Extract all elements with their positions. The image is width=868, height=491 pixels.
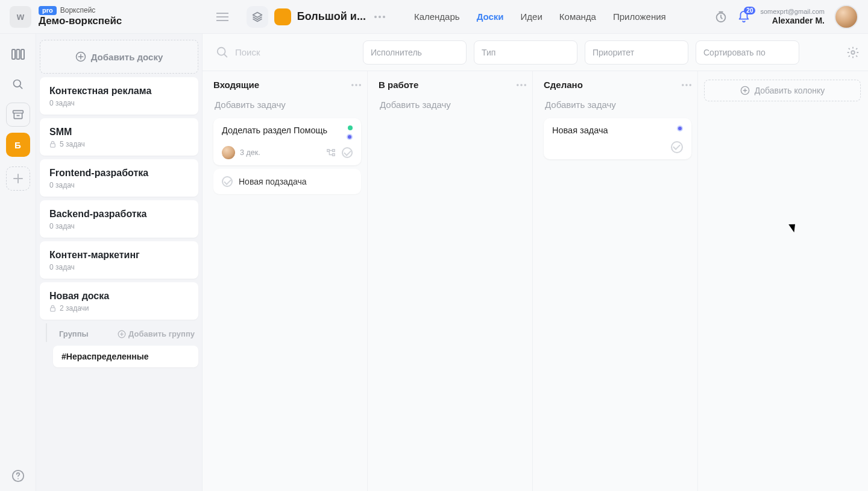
svg-point-2: [383, 16, 385, 18]
workspace-label: Воркспейс: [60, 6, 96, 14]
workspace-name: Демо-воркспейс: [39, 15, 122, 27]
svg-point-21: [524, 84, 526, 86]
task-card[interactable]: Доделать раздел Помощь 3 дек.: [213, 118, 361, 165]
task-title: Доделать раздел Помощь: [222, 125, 327, 135]
complete-icon[interactable]: [222, 176, 233, 187]
nav-boards[interactable]: Доски: [477, 11, 504, 22]
rail-add-button[interactable]: [6, 166, 30, 191]
add-column-label: Добавить колонку: [755, 86, 825, 95]
svg-point-17: [355, 84, 357, 86]
timer-icon[interactable]: [714, 10, 728, 24]
board-item[interactable]: Контент-маркетинг 0 задач: [40, 241, 198, 279]
search-icon: [216, 46, 229, 59]
svg-point-22: [682, 84, 684, 86]
task-card[interactable]: Новая задача: [544, 118, 691, 159]
board-title: Контекстная реклама: [49, 86, 189, 97]
column-more-icon[interactable]: [682, 84, 691, 86]
subtasks-icon[interactable]: [326, 148, 336, 157]
board-item[interactable]: Backend-разработка 0 задач: [40, 200, 198, 238]
status-dot-blue: [677, 125, 683, 131]
layers-icon[interactable]: [247, 6, 268, 28]
board-subtitle: 2 задачи: [60, 304, 89, 312]
column-more-icon[interactable]: [517, 84, 526, 86]
add-board-label: Добавить доску: [91, 52, 163, 62]
filter-type[interactable]: Тип: [474, 40, 577, 65]
project-name[interactable]: Большой и...: [297, 10, 366, 23]
add-task-input[interactable]: Добавить задачу: [544, 95, 691, 118]
avatar[interactable]: [834, 5, 858, 29]
add-board-button[interactable]: Добавить доску: [40, 40, 198, 74]
add-task-input[interactable]: Добавить задачу: [213, 95, 361, 118]
workspace-avatar[interactable]: w: [10, 6, 31, 28]
svg-point-24: [689, 84, 691, 86]
add-group-button[interactable]: Добавить группу: [118, 329, 195, 338]
filter-assignee[interactable]: Исполнитель: [363, 40, 467, 65]
filter-sort[interactable]: Сортировать по: [696, 40, 799, 65]
svg-rect-12: [51, 308, 55, 311]
column-title-doing: В работе: [379, 80, 418, 90]
board-subtitle: 0 задач: [49, 181, 189, 189]
column-more-icon[interactable]: [351, 84, 361, 86]
help-icon[interactable]: [11, 469, 25, 483]
filter-priority[interactable]: Приоритет: [585, 40, 688, 65]
board-title: Backend-разработка: [49, 209, 189, 220]
svg-point-20: [520, 84, 523, 86]
svg-point-0: [374, 16, 377, 18]
status-dot-green: [348, 125, 353, 130]
svg-point-19: [517, 84, 519, 86]
board-title: Новая доска: [49, 291, 189, 302]
board-item[interactable]: Frontend-разработка 0 задач: [40, 159, 198, 197]
add-column-button[interactable]: Добавить колонку: [704, 80, 861, 101]
board-subtitle: 0 задач: [49, 263, 189, 271]
pro-badge: pro: [39, 6, 57, 15]
svg-point-1: [379, 16, 381, 18]
complete-icon[interactable]: [342, 147, 353, 158]
nav-apps[interactable]: Приложения: [613, 11, 666, 22]
rail-archive-icon[interactable]: [6, 103, 30, 127]
column-title-inbox: Входящие: [213, 80, 259, 90]
nav-calendar[interactable]: Календарь: [414, 11, 460, 22]
rail-project-shortcut[interactable]: Б: [6, 133, 30, 157]
svg-rect-5: [16, 49, 19, 59]
menu-icon[interactable]: [216, 13, 228, 21]
rail-search-icon[interactable]: [6, 72, 30, 97]
svg-point-23: [685, 84, 688, 86]
board-item[interactable]: Контекстная реклама 0 задач: [40, 77, 198, 115]
project-color-swatch: [274, 8, 291, 25]
notifications-count: 20: [744, 7, 755, 14]
svg-point-16: [351, 84, 354, 86]
user-email: somexprt@gmail.com: [760, 8, 825, 16]
task-title: Новая задача: [552, 125, 608, 135]
lock-icon: [49, 141, 56, 148]
notifications-button[interactable]: 20: [737, 10, 750, 24]
workspace-selector[interactable]: pro Воркспейс Демо-воркспейс: [39, 6, 122, 28]
add-task-input[interactable]: Добавить задачу: [379, 95, 526, 118]
add-group-label: Добавить группу: [128, 329, 195, 338]
board-item[interactable]: SMM 5 задач: [40, 118, 198, 156]
board-subtitle: 0 задач: [49, 222, 189, 230]
subtask-card[interactable]: Новая подзадача: [213, 169, 361, 194]
project-more-icon[interactable]: [372, 13, 388, 21]
assignee-avatar[interactable]: [222, 146, 235, 159]
svg-rect-11: [51, 144, 55, 147]
complete-icon[interactable]: [671, 141, 683, 153]
svg-rect-6: [21, 49, 24, 59]
subtask-title: Новая подзадача: [239, 177, 307, 186]
board-subtitle: 0 задач: [49, 99, 189, 107]
group-item[interactable]: #Нераспределенные: [53, 346, 198, 367]
task-date: 3 дек.: [240, 148, 260, 157]
svg-point-15: [851, 51, 855, 54]
cursor-pointer: [791, 222, 798, 232]
board-item[interactable]: Новая доска 2 задачи: [40, 282, 198, 320]
svg-rect-4: [12, 49, 15, 59]
nav-team[interactable]: Команда: [559, 11, 596, 22]
rail-columns-icon[interactable]: [6, 42, 30, 66]
search-input[interactable]: [235, 47, 332, 57]
nav-ideas[interactable]: Идеи: [521, 11, 542, 22]
gear-icon[interactable]: [846, 46, 860, 59]
board-title: Контент-маркетинг: [49, 250, 189, 261]
user-info[interactable]: somexprt@gmail.com Alexander M.: [760, 8, 825, 25]
status-dot-blue: [347, 134, 353, 140]
board-title: Frontend-разработка: [49, 168, 189, 179]
column-title-done: Сделано: [544, 80, 583, 90]
